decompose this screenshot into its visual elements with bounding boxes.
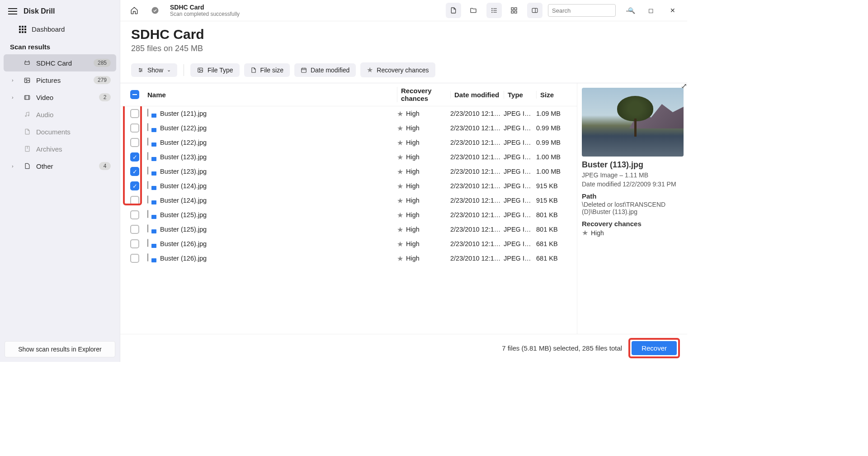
toggle-preview-button[interactable] xyxy=(527,3,542,18)
table-row[interactable]: Buster (126).jpg★High2/23/2010 12:11…JPE… xyxy=(120,251,577,266)
table-row[interactable]: ✓Buster (123).jpg★High2/23/2010 12:10…JP… xyxy=(120,150,577,164)
recovery-filter-button[interactable]: ★ Recovery chances xyxy=(360,62,435,77)
home-button[interactable] xyxy=(127,3,142,18)
star-icon: ★ xyxy=(397,182,403,190)
table-row[interactable]: Buster (125).jpg★High2/23/2010 12:11…JPE… xyxy=(120,208,577,222)
row-checkbox[interactable]: ✓ xyxy=(130,167,139,176)
file-type: JPEG Im… xyxy=(504,110,536,117)
svg-point-8 xyxy=(25,115,26,116)
sidebar-item-sdhc-card[interactable]: ›SDHC Card285 xyxy=(4,54,116,71)
file-recovery: High xyxy=(406,226,420,233)
maximize-button[interactable]: ◻ xyxy=(643,4,659,17)
app-title: Disk Drill xyxy=(24,7,55,15)
file-type: JPEG Im… xyxy=(504,168,536,175)
file-icon xyxy=(147,196,156,205)
file-name: Buster (123).jpg xyxy=(160,153,207,161)
table-row[interactable]: ✓Buster (124).jpg★High2/23/2010 12:10…JP… xyxy=(120,179,577,193)
sidebar-item-archives[interactable]: ›Archives xyxy=(4,140,116,157)
row-checkbox[interactable] xyxy=(130,109,139,118)
svg-rect-22 xyxy=(514,11,517,13)
minimize-button[interactable]: — xyxy=(621,4,637,17)
table-row[interactable]: Buster (125).jpg★High2/23/2010 12:11…JPE… xyxy=(120,222,577,237)
row-checkbox[interactable] xyxy=(130,124,139,133)
star-icon: ★ xyxy=(397,138,403,147)
file-recovery: High xyxy=(406,168,420,175)
svg-point-29 xyxy=(141,70,142,71)
view-folder-button[interactable] xyxy=(466,3,481,18)
col-date[interactable]: Date modified xyxy=(450,91,504,99)
filesize-filter-button[interactable]: File size xyxy=(244,63,290,77)
table-row[interactable]: Buster (121).jpg★High2/23/2010 12:10…JPE… xyxy=(120,106,577,121)
filetype-filter-button[interactable]: File Type xyxy=(190,63,240,77)
table-row[interactable]: ✓Buster (123).jpg★High2/23/2010 12:10…JP… xyxy=(120,164,577,179)
sidebar-item-documents[interactable]: ›Documents xyxy=(4,123,116,140)
row-checkbox[interactable] xyxy=(130,239,139,248)
sidebar-item-pictures[interactable]: ›Pictures279 xyxy=(4,71,116,89)
table-row[interactable]: Buster (126).jpg★High2/23/2010 12:11…JPE… xyxy=(120,237,577,251)
file-recovery: High xyxy=(406,255,420,262)
file-size: 801 KB xyxy=(536,211,572,218)
view-grid-button[interactable] xyxy=(506,3,522,18)
view-file-button[interactable] xyxy=(446,3,461,18)
select-all-checkbox[interactable] xyxy=(130,90,139,99)
file-date: 2/23/2010 12:10… xyxy=(450,110,504,117)
topbar: SDHC Card Scan completed successfully 🔍 … xyxy=(120,0,687,21)
other-icon xyxy=(23,162,32,171)
star-icon: ★ xyxy=(397,124,403,133)
table-row[interactable]: Buster (122).jpg★High2/23/2010 12:10…JPE… xyxy=(120,121,577,135)
page-subtitle: 285 files on 245 MB xyxy=(131,44,676,53)
star-icon: ★ xyxy=(397,153,403,162)
sidebar-item-dashboard[interactable]: Dashboard xyxy=(0,21,120,38)
search-field[interactable] xyxy=(552,7,628,14)
close-button[interactable]: ✕ xyxy=(665,4,681,17)
file-icon xyxy=(147,167,156,176)
file-icon xyxy=(147,239,156,248)
sidebar-item-label: Archives xyxy=(36,145,111,153)
file-type: JPEG Im… xyxy=(504,153,536,161)
row-checkbox[interactable] xyxy=(130,196,139,205)
row-checkbox[interactable] xyxy=(130,254,139,263)
file-type: JPEG Im… xyxy=(504,182,536,190)
sidebar-item-label: Video xyxy=(36,94,94,101)
sidebar-item-audio[interactable]: ›Audio xyxy=(4,106,116,123)
star-icon: ★ xyxy=(397,211,403,219)
sidebar-item-other[interactable]: ›Other4 xyxy=(4,157,116,175)
search-input[interactable]: 🔍 xyxy=(548,4,616,17)
star-icon: ★ xyxy=(367,66,373,74)
file-name: Buster (125).jpg xyxy=(160,211,207,218)
col-size[interactable]: Size xyxy=(536,91,572,99)
view-list-button[interactable] xyxy=(486,3,502,18)
row-checkbox[interactable] xyxy=(130,210,139,219)
sidebar-item-badge: 2 xyxy=(99,93,111,101)
date-filter-button[interactable]: Date modified xyxy=(294,63,356,77)
file-recovery: High xyxy=(406,240,420,247)
preview-filename: Buster (113).jpg xyxy=(582,160,684,170)
sidebar-item-video[interactable]: ›Video2 xyxy=(4,89,116,106)
file-name: Buster (125).jpg xyxy=(160,226,207,233)
svg-point-28 xyxy=(139,68,140,69)
recover-button[interactable]: Recover xyxy=(632,341,677,355)
col-recovery[interactable]: Recovery chances xyxy=(397,87,450,102)
file-date: 2/23/2010 12:11… xyxy=(450,226,504,233)
svg-point-30 xyxy=(140,71,141,72)
row-checkbox[interactable]: ✓ xyxy=(130,152,139,162)
show-filter-button[interactable]: Show ⌄ xyxy=(131,63,177,77)
row-checkbox[interactable] xyxy=(130,225,139,234)
file-size: 1.09 MB xyxy=(536,110,572,117)
image-icon xyxy=(23,76,32,85)
file-icon xyxy=(147,225,156,234)
file-type: JPEG Im… xyxy=(504,124,536,132)
col-name[interactable]: Name xyxy=(145,91,397,99)
file-name: Buster (124).jpg xyxy=(160,182,207,190)
col-type[interactable]: Type xyxy=(504,91,536,99)
file-type: JPEG Im… xyxy=(504,240,536,247)
table-row[interactable]: Buster (124).jpg★High2/23/2010 12:10…JPE… xyxy=(120,193,577,208)
file-date: 2/23/2010 12:10… xyxy=(450,168,504,175)
show-in-explorer-button[interactable]: Show scan results in Explorer xyxy=(5,341,115,357)
preview-image[interactable] xyxy=(582,88,684,157)
table-row[interactable]: Buster (122).jpg★High2/23/2010 12:10…JPE… xyxy=(120,135,577,150)
row-checkbox[interactable]: ✓ xyxy=(130,181,139,190)
file-recovery: High xyxy=(406,124,420,132)
menu-icon[interactable] xyxy=(8,8,17,14)
row-checkbox[interactable] xyxy=(130,138,139,147)
